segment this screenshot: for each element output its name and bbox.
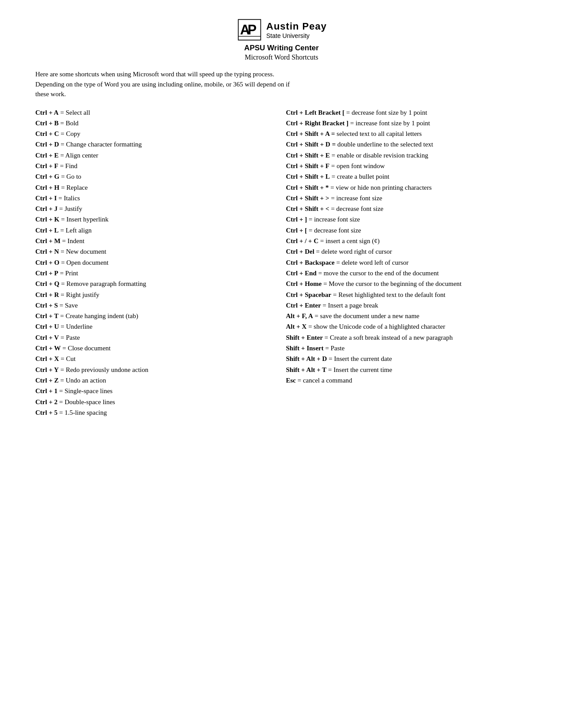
list-item: Ctrl + Shift + > = increase font size [286, 193, 528, 203]
shortcut-key: Ctrl + T [35, 312, 58, 319]
shortcut-key: Ctrl + Shift + < [286, 205, 329, 212]
shortcut-desc: = Select all [59, 109, 90, 116]
list-item: Ctrl + Home = Move the cursor to the beg… [286, 278, 528, 289]
list-item: Ctrl + 5 = 1.5-line spacing [35, 407, 277, 418]
list-item: Shift + Alt + T = Insert the current tim… [286, 364, 528, 375]
shortcut-desc: = Open document [59, 259, 108, 266]
shortcut-desc: = Indent [60, 237, 84, 244]
shortcut-key: Ctrl + 1 [35, 387, 57, 394]
list-item: Ctrl + Shift + D = double underline to t… [286, 139, 528, 150]
shortcut-key: Ctrl + Shift + > [286, 195, 329, 202]
list-item: Ctrl + Spacebar = Reset highlighted text… [286, 289, 528, 300]
list-item: Ctrl + Y = Redo previously undone action [35, 364, 277, 375]
shortcut-key: Ctrl + P [35, 270, 58, 277]
list-item: Ctrl + A = Select all [35, 107, 277, 118]
shortcut-desc: = Paste [324, 345, 345, 352]
list-item: Ctrl + Right Bracket ] = increase font s… [286, 118, 528, 128]
shortcut-desc: = Justify [57, 205, 82, 212]
shortcut-desc: = Paste [59, 334, 80, 341]
shortcut-key: Ctrl + Spacebar [286, 291, 332, 298]
list-item: Shift + Enter = Create a soft break inst… [286, 332, 528, 343]
shortcut-key: Shift + Insert [286, 345, 324, 352]
shortcut-desc: = Find [58, 162, 77, 169]
shortcut-desc: = Redo previously undone action [59, 366, 148, 373]
list-item: Ctrl + Z = Undo an action [35, 375, 277, 386]
shortcut-key: Ctrl + Q [35, 280, 59, 287]
shortcut-key: Ctrl + O [35, 259, 59, 266]
shortcuts-grid: Ctrl + A = Select allCtrl + B = BoldCtrl… [35, 107, 528, 418]
list-item: Ctrl + Shift + F = open font window [286, 161, 528, 171]
shortcut-desc: = open font window [329, 162, 385, 169]
list-item: Ctrl + Left Bracket [ = decrease font si… [286, 107, 528, 118]
shortcut-desc: = Save [58, 302, 78, 309]
list-item: Ctrl + Q = Remove paragraph formatting [35, 278, 277, 289]
right-column: Ctrl + Left Bracket [ = decrease font si… [286, 107, 528, 418]
shortcut-desc: = Insert the current date [327, 355, 392, 362]
shortcut-key: Ctrl + Right Bracket ] [286, 120, 349, 127]
list-item: Ctrl + Shift + A = selected text to all … [286, 128, 528, 139]
shortcut-desc: = Insert the current time [326, 366, 392, 373]
apsu-name: Austin Peay [266, 21, 327, 32]
shortcut-desc: = Remove paragraph formatting [59, 280, 146, 287]
list-item: Ctrl + W = Close document [35, 343, 277, 353]
shortcut-key: Alt + F, A [286, 312, 313, 319]
shortcut-key: Ctrl + M [35, 237, 60, 244]
shortcut-desc: = Create a soft break instead of a new p… [323, 334, 453, 341]
list-item: Shift + Alt + D = Insert the current dat… [286, 353, 528, 364]
list-item: Ctrl + X = Cut [35, 353, 277, 364]
shortcut-desc: = Close document [60, 345, 110, 352]
shortcut-desc: = Single-space lines [57, 387, 113, 394]
shortcut-key: Ctrl + V [35, 334, 59, 341]
shortcut-desc: = Create hanging indent (tab) [58, 312, 138, 319]
state-university: State University [266, 32, 327, 39]
shortcut-key: Ctrl + B [35, 120, 59, 127]
shortcut-desc: = Italics [57, 195, 80, 202]
list-item: Ctrl + Shift + * = view or hide non prin… [286, 182, 528, 193]
shortcut-desc: = Left align [59, 227, 92, 234]
shortcut-desc: = cancel a command [296, 377, 352, 384]
shortcut-key: Ctrl + Backspace [286, 259, 335, 266]
list-item: Ctrl + Enter = Insert a page break [286, 300, 528, 311]
shortcut-key: Ctrl + Z [35, 377, 59, 384]
shortcut-key: Shift + Enter [286, 334, 323, 341]
shortcut-desc: = move the cursor to the end of the docu… [317, 270, 439, 277]
shortcut-key: Ctrl + Shift + A = [286, 130, 337, 137]
shortcut-desc: = 1.5-line spacing [57, 409, 107, 416]
shortcut-desc: = increase font size [307, 216, 360, 223]
shortcut-desc: = delete word right of cursor [314, 248, 392, 255]
intro-line1: Here are some shortcuts when using Micro… [35, 71, 274, 78]
list-item: Ctrl + Shift + L = create a bullet point [286, 171, 528, 182]
shortcut-key: Ctrl + Shift + E [286, 152, 330, 159]
list-item: Esc = cancel a command [286, 375, 528, 386]
shortcut-key: Ctrl + End [286, 270, 317, 277]
shortcut-desc: = insert a cent sign (¢) [318, 237, 379, 244]
list-item: Ctrl + P = Print [35, 268, 277, 278]
list-item: Shift + Insert = Paste [286, 343, 528, 353]
list-item: Ctrl + I = Italics [35, 193, 277, 203]
list-item: Ctrl + L = Left align [35, 225, 277, 236]
shortcut-desc: = Align center [59, 152, 98, 159]
list-item: Ctrl + Del = delete word right of cursor [286, 246, 528, 257]
shortcut-desc: = Bold [59, 120, 79, 127]
shortcut-key: Ctrl + A [35, 109, 59, 116]
list-item: Ctrl + J = Justify [35, 203, 277, 214]
shortcut-key: Ctrl + X [35, 355, 59, 362]
shortcut-desc: = increase font size by 1 point [348, 120, 430, 127]
shortcut-desc: = enable or disable revision tracking [330, 152, 428, 159]
shortcut-key: Ctrl + L [35, 227, 59, 234]
shortcut-desc: = Reset highlighted text to the default … [331, 291, 445, 298]
logo-text: Austin Peay State University [266, 21, 327, 39]
intro-paragraph: Here are some shortcuts when using Micro… [35, 69, 528, 99]
shortcut-desc: = Copy [59, 130, 80, 137]
shortcut-key: Ctrl + D [35, 141, 59, 148]
list-item: Ctrl + T = Create hanging indent (tab) [35, 311, 277, 321]
logo-area: A P Austin Peay State University [35, 18, 528, 42]
list-item: Ctrl + V = Paste [35, 332, 277, 343]
list-item: Alt + X = show the Unicode code of a hig… [286, 321, 528, 332]
shortcut-key: Alt + X [286, 323, 307, 330]
shortcut-desc: double underline to the selected text [337, 141, 433, 148]
list-item: Ctrl + B = Bold [35, 118, 277, 128]
list-item: Ctrl + O = Open document [35, 257, 277, 268]
list-item: Ctrl + ] = increase font size [286, 214, 528, 225]
list-item: Ctrl + G = Go to [35, 171, 277, 182]
